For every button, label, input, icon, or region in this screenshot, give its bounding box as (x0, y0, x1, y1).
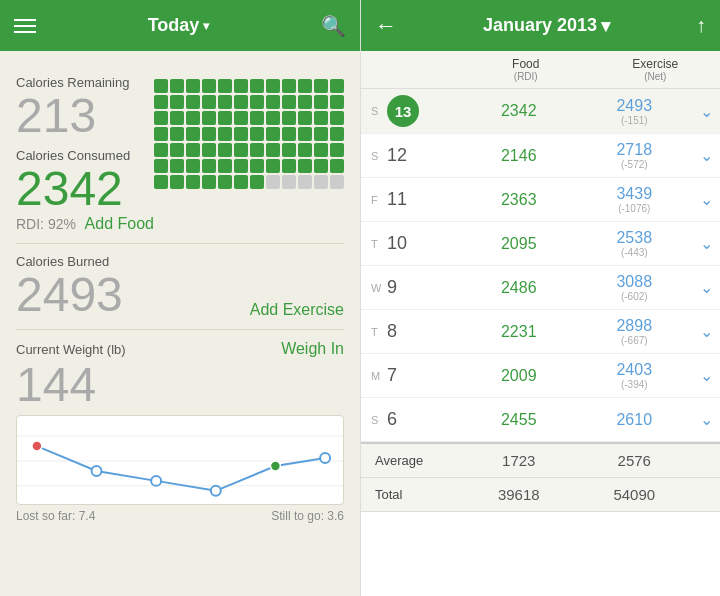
share-icon[interactable]: ↑ (696, 14, 706, 37)
day-num: 10 (387, 233, 407, 254)
food-header-label: Food (461, 57, 591, 71)
weight-header: Current Weight (lb) Weigh In (16, 340, 344, 359)
table-row[interactable]: W 9 2486 3088 (-602) ⌄ (361, 266, 720, 310)
grid-cell (282, 175, 296, 189)
grid-cell (330, 143, 344, 157)
arrow-cell[interactable]: ⌄ (692, 102, 720, 121)
chevron-down-icon[interactable]: ⌄ (700, 234, 713, 253)
grid-cell (170, 159, 184, 173)
grid-cell (314, 79, 328, 93)
arrow-cell[interactable]: ⌄ (692, 146, 720, 165)
food-value: 2486 (461, 279, 577, 297)
calories-burned-info: Calories Burned 2493 (16, 254, 123, 319)
grid-cell (154, 143, 168, 157)
food-value: 2231 (461, 323, 577, 341)
chevron-down-icon[interactable]: ⌄ (700, 190, 713, 209)
back-button[interactable]: ← (375, 13, 397, 39)
chevron-down-icon[interactable]: ⌄ (700, 146, 713, 165)
grid-cell (282, 95, 296, 109)
arrow-cell[interactable]: ⌄ (692, 190, 720, 209)
weight-value: 144 (16, 361, 344, 409)
grid-cell (234, 111, 248, 125)
grid-cell (266, 127, 280, 141)
grid-cell (218, 127, 232, 141)
grid-cell (218, 79, 232, 93)
food-value: 2342 (461, 102, 577, 120)
day-letter: M (371, 370, 381, 382)
table-row[interactable]: F 11 2363 3439 (-1076) ⌄ (361, 178, 720, 222)
arrow-cell[interactable]: ⌄ (692, 322, 720, 341)
calories-remaining-value: 213 (16, 92, 154, 140)
food-value: 2095 (461, 235, 577, 253)
menu-icon[interactable] (14, 19, 36, 33)
weigh-in-button[interactable]: Weigh In (281, 340, 344, 358)
exercise-sub: (-667) (577, 335, 693, 346)
grid-cell (234, 175, 248, 189)
grid-cell (298, 143, 312, 157)
calories-burned-label: Calories Burned (16, 254, 123, 269)
grid-cell (202, 175, 216, 189)
grid-cell (170, 143, 184, 157)
day-letter: S (371, 414, 381, 426)
table-row[interactable]: S 13 2342 2493 (-151) ⌄ (361, 89, 720, 134)
add-exercise-button[interactable]: Add Exercise (250, 301, 344, 319)
chevron-down-icon[interactable]: ⌄ (700, 102, 713, 121)
left-content: Calories Remaining 213 Calories Consumed… (0, 51, 360, 596)
grid-cell (314, 175, 328, 189)
grid-cell (154, 175, 168, 189)
day-num: 8 (387, 321, 397, 342)
day-letter: S (371, 105, 381, 117)
grid-cell (234, 159, 248, 173)
grid-cell (250, 127, 264, 141)
rdi-row: RDI: 92% Add Food (16, 215, 154, 233)
add-food-button[interactable]: Add Food (85, 215, 154, 233)
grid-cell (170, 127, 184, 141)
day-column-header (361, 57, 461, 82)
chevron-down-icon[interactable]: ⌄ (700, 410, 713, 429)
arrow-cell[interactable]: ⌄ (692, 366, 720, 385)
exercise-cell: 2538 (-443) (577, 229, 693, 258)
grid-cell (202, 79, 216, 93)
table-row[interactable]: T 10 2095 2538 (-443) ⌄ (361, 222, 720, 266)
day-letter: F (371, 194, 381, 206)
grid-cell (202, 143, 216, 157)
arrow-cell[interactable]: ⌄ (692, 278, 720, 297)
food-column-header: Food (RDI) (461, 57, 591, 82)
day-cell: S 6 (361, 409, 461, 430)
total-label: Total (361, 487, 461, 502)
grid-cell (250, 95, 264, 109)
table-row[interactable]: M 7 2009 2403 (-394) ⌄ (361, 354, 720, 398)
grid-cell (266, 175, 280, 189)
day-num: 12 (387, 145, 407, 166)
average-exercise: 2576 (577, 452, 693, 469)
chevron-down-icon[interactable]: ⌄ (700, 322, 713, 341)
svg-point-7 (270, 461, 280, 471)
average-row: Average 1723 2576 (361, 444, 720, 478)
grid-cell (218, 111, 232, 125)
right-header-title[interactable]: January 2013 ▾ (483, 15, 610, 37)
weight-section: Current Weight (lb) Weigh In 144 (16, 330, 344, 588)
table-row[interactable]: T 8 2231 2898 (-667) ⌄ (361, 310, 720, 354)
exercise-cell: 2718 (-572) (577, 141, 693, 170)
grid-cell (234, 127, 248, 141)
average-food: 1723 (461, 452, 577, 469)
food-value: 2146 (461, 147, 577, 165)
grid-cell (330, 95, 344, 109)
exercise-sub: (-572) (577, 159, 693, 170)
chevron-down-icon[interactable]: ⌄ (700, 366, 713, 385)
arrow-cell[interactable]: ⌄ (692, 410, 720, 429)
left-header-title[interactable]: Today ▾ (148, 15, 210, 36)
grid-cell (186, 111, 200, 125)
search-icon[interactable]: 🔍 (321, 14, 346, 38)
table-row[interactable]: S 6 2455 2610 ⌄ (361, 398, 720, 442)
grid-cell (298, 79, 312, 93)
arrow-cell[interactable]: ⌄ (692, 234, 720, 253)
table-row[interactable]: S 12 2146 2718 (-572) ⌄ (361, 134, 720, 178)
grid-cell (154, 111, 168, 125)
grid-cell (330, 159, 344, 173)
total-food: 39618 (461, 486, 577, 503)
grid-cell (186, 175, 200, 189)
grid-cell (170, 95, 184, 109)
chevron-down-icon[interactable]: ⌄ (700, 278, 713, 297)
calories-burned-row: Calories Burned 2493 Add Exercise (16, 254, 344, 319)
